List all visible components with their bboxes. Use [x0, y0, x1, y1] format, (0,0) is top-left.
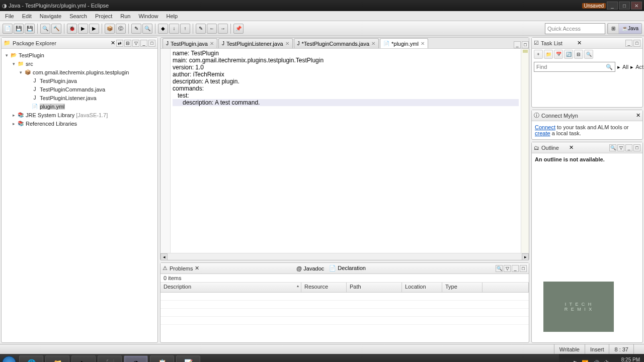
taskbar-minecraft[interactable]: ⬛ [98, 355, 122, 362]
build-button[interactable]: 🔨 [51, 24, 61, 34]
sync-button[interactable]: 🔄 [564, 50, 573, 59]
close-icon[interactable]: ✕ [569, 144, 574, 151]
scroll-left-button[interactable]: ◂ [160, 253, 168, 260]
tray-action-icon[interactable]: ⚑ [573, 360, 578, 363]
menu-edit[interactable]: Edit [18, 12, 36, 20]
taskbar-media[interactable]: ▶ [71, 355, 96, 362]
tray-clock[interactable]: 8:25 PM 11/27/2012 [615, 357, 640, 362]
minimize-editor-button[interactable]: _ [514, 41, 521, 48]
menu-run[interactable]: Run [116, 12, 134, 20]
tree-project[interactable]: ▾📂TestPlugin [4, 51, 155, 59]
tray-flag-icon[interactable]: ▲ [563, 360, 569, 362]
editor-text[interactable]: name: TestPluginmain: com.gmail.itechrem… [171, 49, 521, 253]
taskbar-eclipse[interactable]: ◑ [124, 355, 148, 362]
focus-button[interactable]: 🔍 [496, 265, 503, 272]
collapse-button[interactable]: ⊟ [574, 50, 583, 59]
tree-file[interactable]: 📄plugin.yml [4, 102, 155, 111]
scroll-right-button[interactable]: ▸ [522, 253, 529, 260]
search-button[interactable]: 🔍 [142, 24, 152, 34]
tray-power-icon[interactable]: 🔌 [604, 360, 611, 363]
new-button[interactable]: 📄 [3, 24, 13, 34]
view-menu-button[interactable]: ▽ [132, 40, 139, 47]
prev-annotation-button[interactable]: ↑ [180, 24, 190, 34]
col-description[interactable]: Description▴ [160, 283, 301, 292]
quick-access-input[interactable]: Quick Access [545, 23, 605, 34]
next-annotation-button[interactable]: ↓ [169, 24, 179, 34]
editor-tab[interactable]: J*TestPluginCommands.java✕ [294, 38, 379, 48]
close-button[interactable]: ✕ [631, 2, 642, 10]
menu-project[interactable]: Project [91, 12, 116, 20]
maximize-button[interactable]: □ [619, 2, 630, 10]
package-explorer-tree[interactable]: ▾📂TestPlugin ▾📁src ▾📦com.gmail.itechremi… [2, 49, 157, 342]
tray-volume-icon[interactable]: 🔊 [593, 360, 600, 363]
menu-window[interactable]: Window [134, 12, 162, 20]
save-all-button[interactable]: 💾 [25, 24, 35, 34]
create-link[interactable]: create [535, 130, 550, 136]
debug-button[interactable]: 🐞 [67, 24, 77, 34]
taskbar-app[interactable]: 📋 [150, 355, 174, 362]
java-perspective-button[interactable]: ☕ Java [618, 24, 641, 34]
minimize-view-button[interactable]: _ [512, 265, 519, 272]
taskbar-chrome[interactable]: 🌐 [19, 355, 43, 362]
connect-link[interactable]: Connect [535, 124, 555, 130]
problems-tab[interactable]: ⚠ Problems ✕ [163, 265, 291, 272]
minimize-view-button[interactable]: _ [625, 40, 632, 47]
minimize-button[interactable]: _ [607, 2, 618, 10]
col-location[interactable]: Location [402, 283, 442, 292]
close-icon[interactable]: ✕ [371, 41, 375, 46]
new-package-button[interactable]: 📦 [105, 24, 115, 34]
maximize-view-button[interactable]: □ [633, 40, 640, 47]
close-icon[interactable]: ✕ [285, 41, 289, 46]
close-icon[interactable]: ✕ [577, 40, 582, 46]
close-icon[interactable]: ✕ [421, 41, 425, 46]
editor-body[interactable]: name: TestPluginmain: com.gmail.itechrem… [160, 49, 529, 253]
open-type-button[interactable]: 🔍 [40, 24, 50, 34]
close-icon[interactable]: ✕ [636, 112, 640, 119]
editor-tab-active[interactable]: 📄*plugin.yml✕ [380, 38, 428, 48]
new-class-button[interactable]: Ⓒ [116, 24, 126, 34]
schedule-button[interactable]: 📅 [554, 50, 563, 59]
menu-search[interactable]: Search [65, 12, 91, 20]
menu-help[interactable]: Help [163, 12, 182, 20]
forward-button[interactable]: → [218, 24, 228, 34]
minimize-view-button[interactable]: _ [140, 40, 147, 47]
link-editor-button[interactable]: ⇄ [116, 40, 123, 47]
editor-tab[interactable]: JTestPluginListener.java✕ [218, 38, 293, 48]
maximize-view-button[interactable]: □ [148, 40, 155, 47]
collapse-all-button[interactable]: ⊟ [124, 40, 131, 47]
open-task-button[interactable]: ✎ [131, 24, 141, 34]
search-icon[interactable]: 🔍 [606, 64, 613, 70]
run-last-button[interactable]: ▶ [89, 24, 99, 34]
close-icon[interactable]: ✕ [210, 41, 214, 46]
close-icon[interactable]: ✕ [195, 265, 199, 272]
focus-outline-button[interactable]: 🔍 [609, 144, 616, 151]
activate-button[interactable]: Activate... [635, 64, 644, 70]
maximize-view-button[interactable]: □ [633, 144, 640, 151]
open-perspective-button[interactable]: ⊞ [608, 24, 618, 34]
view-close-icon[interactable]: ✕ [111, 40, 115, 46]
tree-jre[interactable]: ▸📚JRE System Library [JavaSE-1.7] [4, 111, 155, 119]
tray-network-icon[interactable]: 📶 [582, 360, 589, 363]
menu-file[interactable]: File [1, 12, 18, 20]
back-button[interactable]: ← [207, 24, 217, 34]
prev-task-button[interactable]: ▸ [617, 64, 620, 70]
editor-tab[interactable]: JTestPlugin.java✕ [163, 38, 217, 48]
task-find-input[interactable]: 🔍 [534, 62, 615, 72]
declaration-tab[interactable]: 📄 Declaration [329, 265, 366, 272]
minimize-view-button[interactable]: _ [625, 144, 632, 151]
toggle-mark-button[interactable]: ◆ [158, 24, 168, 34]
editor-hscroll[interactable]: ◂ ▸ [160, 253, 529, 260]
run-button[interactable]: ▶ [78, 24, 88, 34]
new-task-button[interactable]: + [534, 50, 543, 59]
system-tray[interactable]: ▲ ⚑ 📶 🔊 🔌 8:25 PM 11/27/2012 [559, 354, 644, 362]
overview-ruler[interactable] [521, 49, 529, 253]
tree-src[interactable]: ▾📁src [4, 59, 155, 68]
tree-file[interactable]: JTestPlugin.java [4, 76, 155, 85]
problems-table[interactable]: Description▴ Resource Path Location Type [160, 282, 529, 342]
javadoc-tab[interactable]: @ Javadoc [296, 265, 324, 272]
view-menu-button[interactable]: ▽ [617, 144, 624, 151]
maximize-editor-button[interactable]: □ [522, 41, 529, 48]
last-edit-button[interactable]: ✎ [196, 24, 206, 34]
tree-reflibs[interactable]: ▸📚Referenced Libraries [4, 119, 155, 128]
tree-file[interactable]: JTestPluginCommands.java [4, 85, 155, 94]
